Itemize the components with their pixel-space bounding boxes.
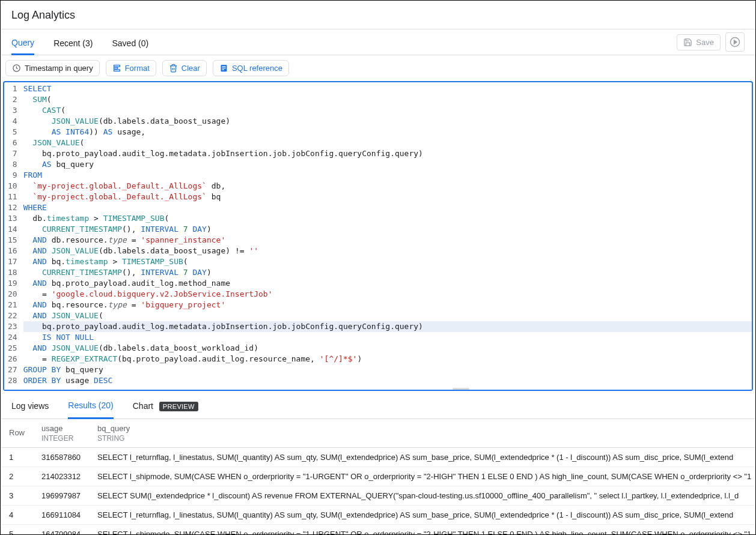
svg-marker-1 bbox=[734, 40, 737, 44]
code-line[interactable]: IS NOT NULL bbox=[23, 332, 752, 343]
table-row[interactable]: 4166911084SELECT l_returnflag, l_linesta… bbox=[1, 506, 756, 525]
tab-query[interactable]: Query bbox=[11, 29, 34, 55]
code-line[interactable]: AND JSON_VALUE( bbox=[23, 310, 752, 321]
code-line[interactable]: AND JSON_VALUE(db.labels.data_boost_work… bbox=[23, 343, 752, 354]
editor-toolbar: Timestamp in query Format Clear SQL refe… bbox=[1, 55, 755, 81]
table-row[interactable]: 5164709084SELECT l_shipmode, SUM(CASE WH… bbox=[1, 525, 756, 536]
editor-gutter: 1234567891011121314151617181920212223242… bbox=[4, 82, 23, 387]
table-row[interactable]: 2214023312SELECT l_shipmode, SUM(CASE WH… bbox=[1, 467, 756, 486]
preview-badge: PREVIEW bbox=[159, 402, 198, 411]
code-line[interactable]: = 'google.cloud.bigquery.v2.JobService.I… bbox=[23, 289, 752, 300]
code-line[interactable]: GROUP BY bq_query bbox=[23, 364, 752, 375]
code-line[interactable]: AND bq.timestamp > TIMESTAMP_SUB( bbox=[23, 256, 752, 267]
code-line[interactable]: JSON_VALUE( bbox=[23, 138, 752, 148]
trash-icon bbox=[169, 64, 178, 73]
code-line[interactable]: SUM( bbox=[23, 94, 752, 105]
code-line[interactable]: AS INT64)) AS usage, bbox=[23, 127, 752, 138]
resize-handle[interactable] bbox=[4, 387, 752, 390]
svg-rect-9 bbox=[222, 69, 224, 70]
code-line[interactable]: CURRENT_TIMESTAMP(), INTERVAL 7 DAY) bbox=[23, 267, 752, 278]
code-line[interactable]: bq.proto_payload.audit_log.metadata.jobI… bbox=[23, 321, 752, 332]
tab-saved[interactable]: Saved (0) bbox=[112, 30, 148, 54]
page-title: Log Analytics bbox=[11, 9, 745, 22]
code-line[interactable]: FROM bbox=[23, 170, 752, 181]
col-header-bq-query: bq_querySTRING bbox=[89, 419, 756, 448]
header: Log Analytics bbox=[1, 1, 755, 29]
run-button[interactable] bbox=[725, 32, 745, 52]
clock-icon bbox=[12, 64, 21, 73]
tab-chart[interactable]: Chart PREVIEW bbox=[133, 397, 198, 418]
svg-rect-8 bbox=[222, 68, 225, 68]
timestamp-chip[interactable]: Timestamp in query bbox=[5, 60, 100, 76]
main-tabs: Query Recent (3) Saved (0) Save bbox=[1, 29, 755, 55]
tab-recent[interactable]: Recent (3) bbox=[53, 30, 93, 54]
code-line[interactable]: = REGEXP_EXTRACT(bq.proto_payload.audit_… bbox=[23, 354, 752, 364]
svg-rect-7 bbox=[222, 66, 225, 67]
code-line[interactable]: bq.proto_payload.audit_log.metadata.jobI… bbox=[23, 148, 752, 159]
result-tabs: Log views Results (20) Chart PREVIEW bbox=[1, 391, 755, 419]
svg-rect-3 bbox=[114, 65, 120, 67]
clear-button[interactable]: Clear bbox=[162, 60, 207, 76]
table-row[interactable]: 1316587860SELECT l_returnflag, l_linesta… bbox=[1, 448, 756, 467]
code-line[interactable]: `my-project.global._Default._AllLogs` bq bbox=[23, 192, 752, 202]
table-row[interactable]: 3196997987SELECT SUM(l_extendedprice * l… bbox=[1, 486, 756, 506]
code-line[interactable]: AND bq.resource.type = 'bigquery_project… bbox=[23, 300, 752, 310]
tab-log-views[interactable]: Log views bbox=[11, 397, 49, 418]
save-icon bbox=[683, 38, 692, 47]
sql-editor[interactable]: 1234567891011121314151617181920212223242… bbox=[3, 81, 753, 391]
code-line[interactable]: AND JSON_VALUE(db.labels.data_boost_usag… bbox=[23, 246, 752, 256]
svg-rect-5 bbox=[114, 70, 120, 71]
clear-label: Clear bbox=[181, 64, 200, 73]
timestamp-label: Timestamp in query bbox=[25, 64, 93, 73]
format-icon bbox=[112, 64, 121, 73]
code-line[interactable]: AS bq_query bbox=[23, 159, 752, 170]
doc-icon bbox=[219, 64, 228, 73]
code-line[interactable]: CAST( bbox=[23, 105, 752, 116]
code-line[interactable]: db.timestamp > TIMESTAMP_SUB( bbox=[23, 213, 752, 224]
tab-results[interactable]: Results (20) bbox=[68, 397, 113, 419]
code-line[interactable]: CURRENT_TIMESTAMP(), INTERVAL 7 DAY) bbox=[23, 224, 752, 235]
code-line[interactable]: AND bq.proto_payload.audit_log.method_na… bbox=[23, 278, 752, 289]
sql-reference-label: SQL reference bbox=[232, 64, 282, 73]
code-line[interactable]: ORDER BY usage DESC bbox=[23, 375, 752, 386]
chart-label: Chart bbox=[133, 401, 153, 411]
code-line[interactable]: WHERE bbox=[23, 202, 752, 213]
save-label: Save bbox=[696, 38, 714, 47]
col-header-row: Row bbox=[1, 419, 33, 448]
col-header-usage: usageINTEGER bbox=[33, 419, 89, 448]
code-line[interactable]: SELECT bbox=[23, 83, 752, 94]
play-circle-icon bbox=[730, 37, 740, 47]
editor-code[interactable]: SELECT SUM( CAST( JSON_VALUE(db.labels.d… bbox=[23, 82, 752, 387]
sql-reference-button[interactable]: SQL reference bbox=[213, 60, 289, 76]
format-label: Format bbox=[125, 64, 150, 73]
results-table: Row usageINTEGER bq_querySTRING 13165878… bbox=[1, 419, 756, 535]
code-line[interactable]: AND db.resource.type = 'spanner_instance… bbox=[23, 235, 752, 246]
svg-rect-4 bbox=[114, 67, 117, 69]
code-line[interactable]: JSON_VALUE(db.labels.data_boost_usage) bbox=[23, 116, 752, 127]
format-button[interactable]: Format bbox=[106, 60, 156, 76]
save-button[interactable]: Save bbox=[677, 34, 721, 50]
code-line[interactable]: `my-project.global._Default._AllLogs` db… bbox=[23, 181, 752, 192]
